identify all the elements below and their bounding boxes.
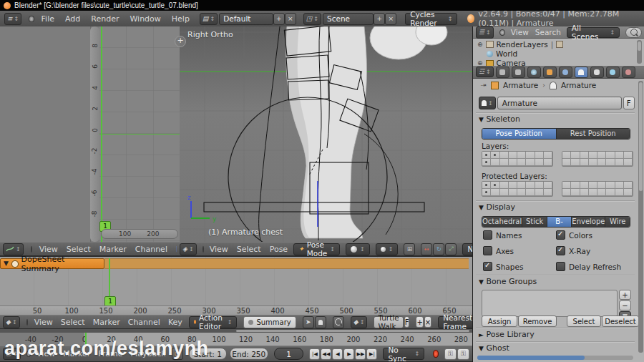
layer-toggle[interactable]: [500, 182, 509, 189]
outliner-scrollbar[interactable]: [637, 40, 642, 64]
jump-to-start-button[interactable]: |◀: [309, 348, 320, 360]
layer-toggle[interactable]: [562, 182, 571, 189]
menu-item[interactable]: Window: [130, 14, 160, 24]
layer-toggle[interactable]: [597, 152, 606, 159]
layer-toggle[interactable]: [580, 182, 589, 189]
summary-channel[interactable]: ▼ DopeSheet Summary: [0, 258, 104, 269]
scrollbar-handle[interactable]: [236, 330, 469, 332]
layer-toggle[interactable]: [597, 159, 606, 166]
manipulator-toggle[interactable]: ⊞: [404, 243, 415, 255]
layer-toggle[interactable]: [482, 152, 491, 159]
menu-item[interactable]: Marker: [93, 318, 120, 327]
editor-type-button[interactable]: ☲ ↕: [476, 67, 494, 77]
layer-toggle[interactable]: [509, 182, 517, 189]
tab-constraints[interactable]: [559, 67, 572, 78]
previous-keyframe-button[interactable]: ◀◀: [321, 348, 331, 360]
expand-icon[interactable]: ►: [479, 331, 484, 338]
armature-browse-button[interactable]: ↕: [479, 97, 496, 109]
menu-item[interactable]: View: [34, 318, 53, 327]
layer-toggle[interactable]: [562, 159, 571, 166]
fake-user-button[interactable]: F: [623, 97, 635, 109]
names-checkbox[interactable]: [483, 230, 492, 240]
menu-collapse-toggle[interactable]: [26, 319, 28, 326]
xray-checkbox[interactable]: [556, 246, 565, 255]
layer-toggle[interactable]: [526, 182, 535, 189]
layer-toggle[interactable]: [544, 182, 552, 189]
menu-item[interactable]: Key: [168, 318, 182, 327]
colors-checkbox[interactable]: [556, 230, 565, 240]
layer-toggle[interactable]: [624, 159, 633, 166]
layer-toggle[interactable]: [500, 159, 509, 166]
summary-channel-row[interactable]: ▼ DopeSheet Summary: [0, 258, 469, 269]
menu-collapse-toggle[interactable]: [31, 246, 32, 253]
end-frame-stepper[interactable]: End: 250: [230, 348, 268, 360]
render-engine-dropdown[interactable]: Cycles Render ↕: [405, 13, 457, 25]
stick-button[interactable]: Stick: [522, 217, 547, 227]
layer-toggle[interactable]: [597, 182, 606, 189]
pose-library-panel-header[interactable]: ► Pose Library: [479, 330, 535, 339]
delay-refresh-checkbox[interactable]: [556, 262, 565, 271]
layer-toggle[interactable]: [517, 159, 526, 166]
close-scene-button[interactable]: ×: [385, 13, 396, 25]
wire-button[interactable]: Wire: [605, 217, 630, 227]
3d-viewport-canvas[interactable]: z y: [180, 26, 476, 242]
assign-button[interactable]: Assign: [482, 315, 517, 327]
action-browse-button[interactable]: ◆ ↕: [351, 316, 368, 328]
graph-value-scale[interactable]: 86420-2-4-6-8: [90, 26, 99, 242]
keying-set-button[interactable]: ⚿: [444, 348, 457, 360]
layer-toggle[interactable]: [580, 159, 589, 166]
summary-toggle-button[interactable]: Summary: [243, 316, 296, 328]
ghost-filter-button[interactable]: [315, 316, 326, 328]
layer-toggle[interactable]: [562, 152, 571, 159]
layer-toggle[interactable]: [500, 152, 509, 159]
add-scene-button[interactable]: +: [374, 13, 385, 25]
tab-physics[interactable]: [606, 67, 620, 78]
outliner-filter-dropdown[interactable]: All Scenes ↕: [567, 27, 620, 38]
display-panel-header[interactable]: ▼ Display: [479, 202, 515, 212]
layer-toggle[interactable]: [526, 159, 535, 166]
fake-user-button[interactable]: F: [404, 316, 410, 328]
scrollbar-handle[interactable]: [477, 356, 585, 360]
remove-button[interactable]: Remove: [518, 315, 557, 327]
pin-icon[interactable]: 📌︎: [479, 81, 488, 90]
tab-material[interactable]: [622, 67, 635, 78]
layer-toggle[interactable]: [589, 152, 597, 159]
scrollbar-handle[interactable]: [639, 82, 643, 191]
collapse-icon[interactable]: ▼: [479, 278, 484, 285]
menu-item[interactable]: Select: [67, 245, 91, 254]
bone-groups-panel-header[interactable]: ▼ Bone Groups: [479, 277, 537, 286]
menu-item[interactable]: Channel: [135, 245, 167, 254]
menu-item[interactable]: View: [210, 245, 228, 254]
layer-toggle[interactable]: [624, 152, 633, 159]
menu-item[interactable]: File: [42, 14, 54, 24]
bbone-button[interactable]: B-Bone: [547, 217, 572, 227]
layer-toggle[interactable]: [491, 159, 499, 166]
layer-toggle[interactable]: [482, 182, 491, 189]
close-layout-button[interactable]: ×: [285, 13, 296, 25]
add-layout-button[interactable]: +: [273, 13, 285, 25]
octahedral-button[interactable]: Octahedral: [482, 217, 522, 227]
collapse-icon[interactable]: ▼: [479, 204, 484, 211]
layer-toggle[interactable]: [517, 152, 526, 159]
layer-toggle[interactable]: [571, 152, 580, 159]
3d-viewport[interactable]: z y Right Ortho (1) Armature chest +: [180, 26, 476, 242]
graph-plot-area[interactable]: 1 100 200: [99, 26, 180, 242]
pivot-point-dropdown[interactable]: ↕: [376, 243, 399, 255]
layer-toggle[interactable]: [535, 182, 544, 189]
menu-item[interactable]: Channel: [128, 318, 160, 327]
outliner-item-renderlayers[interactable]: ⊕ RenderLayers |: [477, 40, 563, 49]
bone-groups-list[interactable]: [482, 290, 618, 317]
layer-toggle[interactable]: [615, 159, 624, 166]
next-keyframe-button[interactable]: ▶▶: [355, 348, 366, 360]
add-bone-group-button[interactable]: +: [619, 290, 631, 300]
layers-grid-b[interactable]: [562, 151, 633, 167]
scene-browse-button[interactable]: ◳ ↕: [303, 13, 321, 25]
menu-item[interactable]: Select: [61, 318, 85, 327]
tab-world[interactable]: [527, 67, 541, 78]
menu-collapse-toggle[interactable]: [29, 16, 34, 22]
layer-toggle[interactable]: [589, 159, 597, 166]
layer-toggle[interactable]: [491, 182, 499, 189]
layer-toggle[interactable]: [544, 159, 552, 166]
dopesheet-mode-dropdown[interactable]: Action Editor ↕: [189, 316, 238, 328]
viewport-shading-dropdown[interactable]: ↕: [346, 243, 370, 255]
